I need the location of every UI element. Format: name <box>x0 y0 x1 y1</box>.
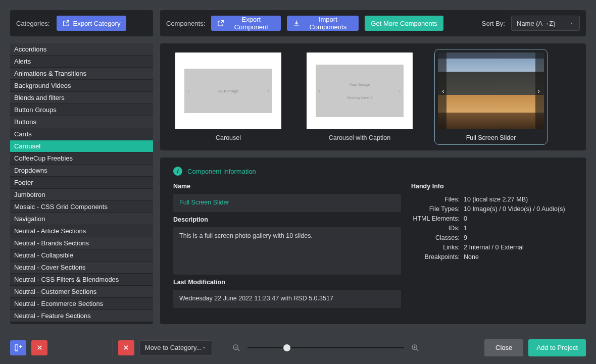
category-item[interactable]: Carousel <box>10 140 153 152</box>
zoom-in-icon[interactable] <box>411 344 419 352</box>
category-item[interactable]: Neutral - Customer Sections <box>10 286 153 298</box>
category-item[interactable]: Navigation <box>10 213 153 225</box>
delete-component-button[interactable] <box>118 340 134 355</box>
components-toolbar: Components: Export Component Import Comp… <box>160 10 586 36</box>
handy-key: IDs: <box>411 225 460 232</box>
thumbnail-preview: ‹ Your Image Heading Level 3 › <box>307 53 413 129</box>
handy-value: 10 (local size 2.27 MB) <box>464 196 528 203</box>
handy-value: 1 <box>464 225 467 232</box>
category-item[interactable]: Button Groups <box>10 104 153 116</box>
category-item[interactable]: Neutral - Ecommerce Sections <box>10 298 153 310</box>
chevron-right-icon: › <box>537 87 540 95</box>
import-components-button[interactable]: Import Components <box>287 16 359 31</box>
category-item[interactable]: Background Videos <box>10 80 153 92</box>
export-icon <box>63 20 70 27</box>
thumbnail-preview: ‹ Your Image › <box>175 53 281 129</box>
handy-info-table: Files:10 (local size 2.27 MB)File Types:… <box>411 196 573 261</box>
name-field[interactable]: Full Screen Slider <box>173 194 401 212</box>
category-item[interactable]: Neutral - Brands Sections <box>10 237 153 249</box>
close-button[interactable]: Close <box>484 339 523 356</box>
categories-label: Categories: <box>16 20 49 27</box>
chevron-left-icon: ‹ <box>319 88 320 94</box>
close-icon <box>123 344 129 351</box>
info-title: Component Information <box>187 168 256 175</box>
category-item[interactable]: Neutral - Feature Sections <box>10 310 153 322</box>
handy-row: File Types:10 Image(s) / 0 Video(s) / 0 … <box>411 205 573 213</box>
category-item[interactable]: Alerts <box>10 56 153 68</box>
category-item[interactable]: Animations & Transitions <box>10 68 153 80</box>
handy-key: HTML Elements: <box>411 215 460 222</box>
chevron-down-icon <box>569 21 574 26</box>
handy-key: Files: <box>411 196 460 203</box>
thumbnail-carousel[interactable]: ‹ Your Image › Carousel <box>175 53 281 141</box>
zoom-handle[interactable] <box>283 344 290 351</box>
export-icon <box>217 20 224 27</box>
handy-key: File Types: <box>411 205 460 213</box>
component-info-panel: i Component Information Name Full Screen… <box>160 158 586 324</box>
handy-row: Breakpoints:None <box>411 253 573 261</box>
categories-list[interactable]: AccordionsAlertsAnimations & Transitions… <box>10 43 153 324</box>
category-item[interactable]: Neutral - Collapsible <box>10 249 153 262</box>
category-item[interactable]: Neutral - CSS Filters & Blendmodes <box>10 274 153 286</box>
handy-info-label: Handy Info <box>411 183 573 190</box>
thumbnail-label: Full Screen Slider <box>466 134 516 141</box>
category-item[interactable]: CoffeeCup Freebies <box>10 152 153 165</box>
svg-rect-0 <box>15 345 18 351</box>
sort-by-label: Sort By: <box>482 20 505 27</box>
category-item[interactable]: Cards <box>10 128 153 140</box>
chevron-right-icon: › <box>399 88 401 94</box>
export-category-button[interactable]: Export Category <box>57 16 126 31</box>
handy-key: Breakpoints: <box>411 253 460 261</box>
handy-row: HTML Elements:0 <box>411 215 573 222</box>
thumbnail-label: Carousel with Caption <box>329 134 390 141</box>
category-item[interactable]: Mosaic - CSS Grid Components <box>10 201 153 213</box>
handy-row: Files:10 (local size 2.27 MB) <box>411 196 573 203</box>
chevron-down-icon <box>202 345 207 350</box>
handy-value: 2 Internal / 0 External <box>464 244 524 251</box>
description-label: Description <box>173 216 401 223</box>
import-icon <box>293 20 300 27</box>
category-item[interactable]: Dropdowns <box>10 165 153 177</box>
categories-toolbar: Categories: Export Category <box>10 10 153 36</box>
add-to-project-button[interactable]: Add to Project <box>528 339 586 356</box>
handy-key: Classes: <box>411 234 460 241</box>
components-label: Components: <box>166 20 205 27</box>
category-item[interactable]: Buttons <box>10 116 153 128</box>
close-icon <box>36 344 43 351</box>
handy-row: Classes:9 <box>411 234 573 241</box>
handy-value: 9 <box>464 234 467 241</box>
thumbnail-label: Carousel <box>216 134 241 141</box>
sort-by-select[interactable]: Name (A→Z) <box>511 16 580 31</box>
last-modification-label: Last Modification <box>173 279 401 286</box>
chevron-left-icon: ‹ <box>187 88 189 94</box>
handy-row: Links:2 Internal / 0 External <box>411 244 573 251</box>
delete-category-button[interactable] <box>31 340 47 355</box>
handy-row: IDs:1 <box>411 225 573 232</box>
handy-key: Links: <box>411 244 460 251</box>
zoom-out-icon[interactable] <box>232 344 240 352</box>
description-field[interactable]: This is a full screen photo gallery with… <box>173 227 401 275</box>
category-item[interactable]: Neutral - Cover Sections <box>10 262 153 274</box>
move-to-category-select[interactable]: Move to Category... <box>139 340 212 355</box>
handy-value: None <box>464 253 479 261</box>
category-item[interactable]: Blends and filters <box>10 92 153 104</box>
divider <box>113 339 113 357</box>
categories-sidebar: AccordionsAlertsAnimations & Transitions… <box>10 43 153 324</box>
thumbnail-carousel-caption[interactable]: ‹ Your Image Heading Level 3 › Carousel … <box>307 53 413 141</box>
handy-value: 0 <box>464 215 467 222</box>
category-item[interactable]: Footer <box>10 177 153 189</box>
category-item[interactable]: Jumbotron <box>10 189 153 201</box>
add-category-button[interactable] <box>10 340 26 355</box>
category-item[interactable]: Accordions <box>10 43 153 56</box>
footer-bar: Move to Category... Close Add to Project <box>0 331 596 364</box>
category-item[interactable]: Neutral - Article Sections <box>10 225 153 237</box>
thumbnail-full-screen-slider[interactable]: ‹ › Full Screen Slider <box>438 53 544 141</box>
component-thumbnails: ‹ Your Image › Carousel ‹ Your Image Hea… <box>160 43 586 150</box>
chevron-right-icon: › <box>268 88 269 94</box>
get-more-components-button[interactable]: Get More Components <box>365 16 443 31</box>
name-label: Name <box>173 183 401 190</box>
chevron-left-icon: ‹ <box>442 87 444 95</box>
zoom-slider[interactable] <box>247 347 404 348</box>
export-components-button[interactable]: Export Component <box>211 16 281 31</box>
handy-value: 10 Image(s) / 0 Video(s) / 0 Audio(s) <box>464 205 565 213</box>
